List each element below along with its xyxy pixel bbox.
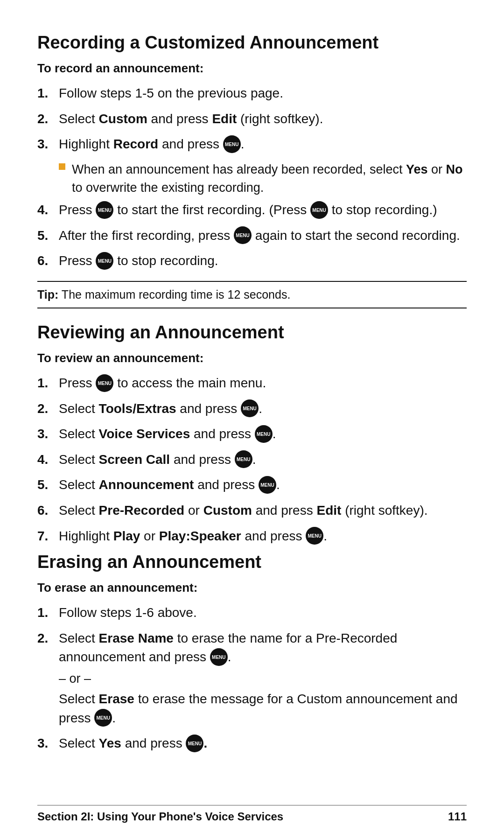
menu-ok-button: MENUOK: [235, 450, 252, 468]
step-number: 1.: [37, 603, 59, 623]
step-content: Press MENUOK to access the main menu.: [59, 374, 467, 393]
bullet-text: When an announcement has already been re…: [72, 161, 467, 197]
step-number: 6.: [37, 501, 59, 520]
step-item: 2. Select Erase Name to erase the name f…: [37, 629, 467, 728]
tip-label: Tip:: [37, 288, 58, 301]
step-number: 3.: [37, 734, 59, 753]
page-footer: Section 2I: Using Your Phone's Voice Ser…: [37, 805, 467, 823]
step-number: 2.: [37, 399, 59, 419]
erasing-steps: 1. Follow steps 1-6 above. 2. Select Era…: [37, 603, 467, 753]
step-number: 7.: [37, 527, 59, 546]
recording-steps: 1. Follow steps 1-5 on the previous page…: [37, 84, 467, 271]
menu-ok-button: MENUOK: [94, 709, 112, 727]
step-item: 1. Follow steps 1-6 above.: [37, 603, 467, 623]
menu-ok-button: MENUOK: [241, 399, 259, 417]
menu-ok-button: MENUOK: [96, 374, 113, 392]
step-content: Press MENUOK to stop recording.: [59, 252, 467, 271]
step-content: Select Erase Name to erase the name for …: [59, 629, 467, 728]
step-number: 5.: [37, 476, 59, 495]
step-number: 4.: [37, 201, 59, 220]
step-number: 4.: [37, 450, 59, 469]
step-content: Select Pre-Recorded or Custom and press …: [59, 501, 467, 520]
bullet-icon: [59, 163, 65, 170]
footer-page-number: 111: [448, 810, 467, 823]
step-number: 5.: [37, 226, 59, 245]
step-number: 6.: [37, 252, 59, 271]
step-item: 4. Press MENUOK to start the first recor…: [37, 201, 467, 220]
step-content: Follow steps 1-6 above.: [59, 603, 467, 623]
menu-ok-button: MENUOK: [310, 201, 328, 219]
tip-text: The maximum recording time is 12 seconds…: [58, 288, 290, 301]
menu-ok-button: MENUOK: [259, 476, 276, 494]
step-content: Select Custom and press Edit (right soft…: [59, 110, 467, 129]
step-content: Highlight Play or Play:Speaker and press…: [59, 527, 467, 546]
menu-ok-button: MENUOK: [223, 135, 241, 153]
step-content: Select Yes and press MENUOK.: [59, 734, 467, 753]
step-number: 3.: [37, 425, 59, 444]
step-item: 2. Select Custom and press Edit (right s…: [37, 110, 467, 129]
section-title-erasing: Erasing an Announcement: [37, 552, 467, 572]
subsection-label-recording: To record an announcement:: [37, 61, 467, 76]
step-item: 6. Select Pre-Recorded or Custom and pre…: [37, 501, 467, 520]
section-title-recording: Recording a Customized Announcement: [37, 33, 467, 53]
subsection-label-reviewing: To review an announcement:: [37, 351, 467, 365]
section-title-reviewing: Reviewing an Announcement: [37, 322, 467, 343]
step-item: 7. Highlight Play or Play:Speaker and pr…: [37, 527, 467, 546]
step-item: 5. Select Announcement and press MENUOK.: [37, 476, 467, 495]
step-content: Highlight Record and press MENUOK.: [59, 135, 467, 154]
step-content: Select Tools/Extras and press MENUOK.: [59, 399, 467, 419]
step-content: After the first recording, press MENUOK …: [59, 226, 467, 245]
step-content: Select Announcement and press MENUOK.: [59, 476, 467, 495]
step-item: 4. Select Screen Call and press MENUOK.: [37, 450, 467, 469]
step-item: 3. Highlight Record and press MENUOK.: [37, 135, 467, 154]
menu-ok-button: MENUOK: [255, 425, 273, 443]
step-content: Select Voice Services and press MENUOK.: [59, 425, 467, 444]
menu-ok-button: MENUOK: [96, 252, 113, 270]
step-content: Press MENUOK to start the first recordin…: [59, 201, 467, 220]
menu-ok-button: MENUOK: [210, 648, 228, 666]
step-number: 2.: [37, 629, 59, 648]
menu-ok-button: MENUOK: [306, 527, 323, 545]
menu-ok-button: MENUOK: [234, 226, 252, 244]
menu-ok-button: MENUOK: [186, 735, 203, 752]
bullet-container: When an announcement has already been re…: [37, 161, 467, 197]
menu-ok-button: MENUOK: [96, 201, 113, 219]
step-number: 1.: [37, 374, 59, 393]
step-number: 2.: [37, 110, 59, 129]
step-number: 3.: [37, 135, 59, 154]
footer-section-label: Section 2I: Using Your Phone's Voice Ser…: [37, 810, 283, 823]
step-item: 1. Press MENUOK to access the main menu.: [37, 374, 467, 393]
step-item: 1. Follow steps 1-5 on the previous page…: [37, 84, 467, 103]
subsection-label-erasing: To erase an announcement:: [37, 581, 467, 595]
reviewing-steps: 1. Press MENUOK to access the main menu.…: [37, 374, 467, 546]
tip-bar: Tip: The maximum recording time is 12 se…: [37, 281, 467, 308]
bullet-item: When an announcement has already been re…: [59, 161, 467, 197]
step-item: 6. Press MENUOK to stop recording.: [37, 252, 467, 271]
step-content: Follow steps 1-5 on the previous page.: [59, 84, 467, 103]
step-number: 1.: [37, 84, 59, 103]
